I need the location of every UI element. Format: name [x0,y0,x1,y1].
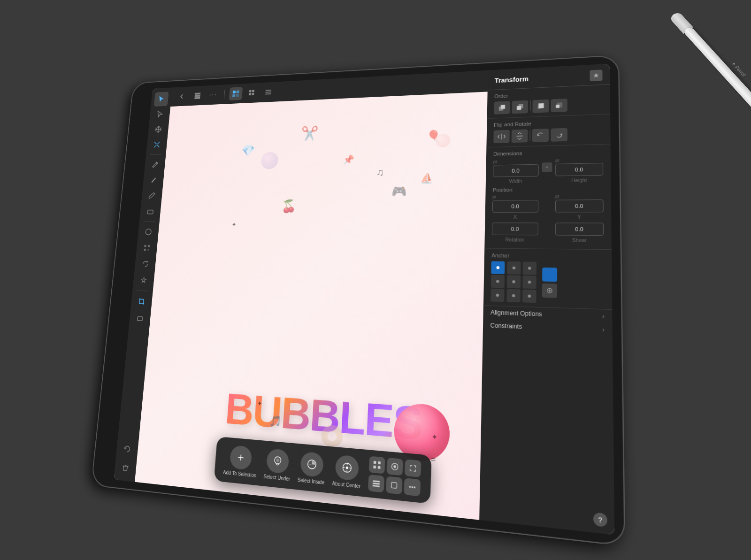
height-text-label: Height [555,177,603,183]
anchor-mc[interactable] [507,275,521,288]
add-to-selection-icon[interactable]: + [230,445,253,470]
svg-rect-32 [378,461,381,464]
tool-move[interactable] [151,122,166,137]
rotation-input[interactable] [492,222,538,235]
constraints-chevron-icon: › [602,326,605,333]
help-button[interactable]: ? [593,512,607,527]
tool-scale[interactable] [149,137,164,152]
btn-square-icon[interactable] [386,476,402,494]
svg-point-16 [146,229,152,235]
btn-grid[interactable] [369,456,385,474]
settings-button[interactable] [261,85,276,99]
btn-expand-icon[interactable] [405,459,421,477]
apple-pencil: ✦ Pencil [666,9,751,254]
svg-rect-39 [373,485,380,487]
tool-fx[interactable] [136,272,152,288]
anchor-tr[interactable] [523,261,536,275]
svg-rect-38 [373,483,380,485]
scene-container: ··· [47,34,704,527]
tool-rectangle[interactable] [132,310,148,326]
svg-rect-5 [232,94,235,97]
svg-rect-3 [233,90,236,93]
flip-horizontal-btn[interactable] [493,130,509,143]
btn-target[interactable] [387,457,403,475]
svg-rect-2 [194,97,200,99]
svg-rect-1 [195,95,200,97]
tool-shape[interactable] [141,224,156,239]
more-button[interactable]: ··· [207,88,220,101]
tool-grid[interactable] [139,240,154,255]
anchor-section: Anchor [483,248,612,310]
select-under-item[interactable]: Select Under [263,448,291,482]
y-group: pt [555,193,604,212]
anchor-bc[interactable] [506,289,520,302]
btn-dots[interactable] [404,478,421,496]
panel-pin-button[interactable] [590,69,602,81]
anchor-options-btn[interactable] [542,283,557,298]
select-inside-item[interactable]: Select Inside [297,451,326,485]
bring-front-btn[interactable] [532,99,549,113]
tool-pencil[interactable] [146,172,161,187]
layers-button[interactable] [191,89,204,102]
send-back-btn[interactable] [551,99,567,112]
anchor-tl[interactable] [491,261,505,274]
flip-row [493,127,603,143]
btn-rows[interactable] [368,474,384,492]
tool-delete[interactable] [117,458,134,476]
deco-gem: 💎 [241,144,255,157]
deco-sparkle1: ✦ [231,221,237,228]
svg-rect-11 [266,90,272,91]
tool-rotate[interactable] [138,256,153,271]
alignment-chevron-icon: › [602,312,605,320]
anchor-label: Anchor [491,252,604,260]
add-to-selection-item[interactable]: + Add To Selection [223,444,258,478]
x-input[interactable] [492,199,539,212]
shear-input[interactable] [555,222,604,236]
xy-labels-row: X Y [492,214,604,220]
tool-pen[interactable] [147,157,162,172]
tool-crop-box[interactable] [134,293,149,309]
link-dimensions-btn[interactable] [542,162,552,172]
anchor-tc[interactable] [507,261,521,274]
btn-dots-icon[interactable] [404,478,421,496]
anchor-ml[interactable] [491,275,505,288]
tool-undo[interactable] [119,441,135,459]
svg-rect-33 [374,465,376,468]
tool-select[interactable] [154,92,169,107]
about-center-item[interactable]: About Center [332,454,362,489]
flip-vertical-btn[interactable] [512,129,528,143]
rotate-cw-btn[interactable] [551,128,567,141]
anchor-mr[interactable] [523,275,536,288]
btn-rows-icon[interactable] [368,474,384,492]
anchor-br[interactable] [522,289,536,303]
height-input[interactable] [555,162,603,176]
y-unit-label: pt [555,193,604,199]
svg-rect-31 [374,460,376,463]
svg-rect-12 [265,92,271,92]
anchor-bl[interactable] [490,288,504,301]
select-under-icon[interactable] [266,448,290,474]
tool-brush[interactable] [144,188,160,203]
btn-expand[interactable] [405,459,421,477]
select-inside-icon[interactable] [300,451,324,477]
help-icon: ? [598,515,603,524]
rotate-ccw-btn[interactable] [532,128,549,142]
bring-forward-btn[interactable] [494,101,510,114]
tool-eraser[interactable] [143,204,158,219]
tool-direct-select[interactable] [153,107,168,122]
about-center-icon[interactable] [335,454,359,481]
width-height-row: pt pt [493,157,603,177]
flip-rotate-label: Flip and Rotate [494,118,603,128]
canvas-area[interactable]: ✂️ 🎈 💎 📌 ♫ 🎮 ⛵ 🍒 BUBBLES [135,92,488,520]
rotation-shear-labels: Rotation Shear [492,237,604,243]
btn-square[interactable] [386,476,402,494]
back-button[interactable] [175,90,189,103]
svg-rect-45 [501,105,506,109]
y-input[interactable] [555,199,604,212]
btn-target-icon[interactable] [387,457,403,475]
width-input[interactable] [493,164,539,177]
grid-button[interactable] [245,86,259,100]
btn-grid-icon[interactable] [369,456,385,474]
app-icon-button[interactable] [229,87,243,100]
send-backward-btn[interactable] [512,100,528,114]
